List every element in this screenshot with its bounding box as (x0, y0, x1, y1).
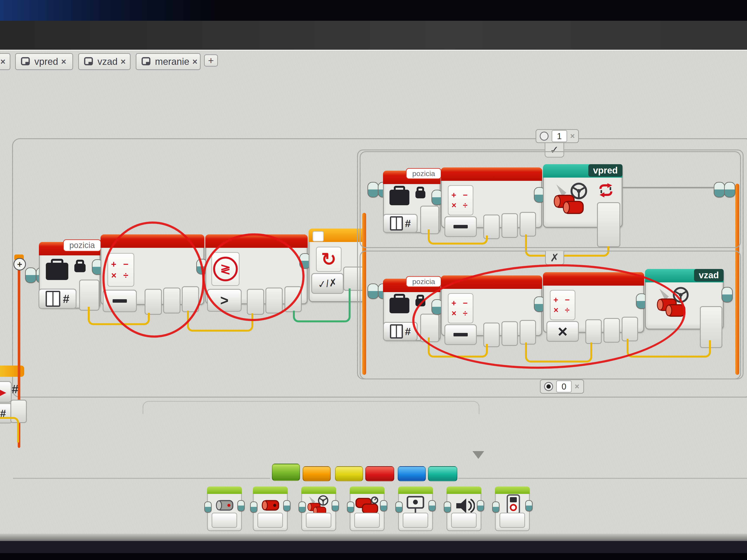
add-program-tab-button[interactable]: + (204, 54, 218, 66)
sequence-plug[interactable] (721, 287, 733, 302)
sequence-plug (250, 502, 257, 513)
switch-case-tab-1[interactable]: 1 × (536, 129, 579, 143)
numeric-icon: # (63, 292, 69, 305)
data-wire-green (293, 311, 319, 322)
read-numeric-mode-button[interactable]: # (383, 214, 418, 233)
close-icon[interactable]: × (0, 57, 5, 66)
myblock-name-tag: vpred (588, 164, 622, 177)
sequence-plug (237, 500, 245, 511)
value-output-socket[interactable] (79, 279, 99, 311)
palette-block-move-steering[interactable] (301, 486, 336, 531)
numeric-icon: # (405, 218, 411, 230)
tab-label: vzad (98, 56, 118, 67)
data-wire-yellow (457, 236, 488, 245)
loop-repeat-icon (596, 182, 616, 199)
tab-label: meranie (155, 56, 189, 67)
tab-label: vpred (34, 56, 58, 67)
book-icon (390, 216, 403, 231)
close-icon[interactable]: × (570, 132, 575, 141)
close-icon[interactable]: × (61, 57, 66, 66)
read-numeric-mode-button[interactable]: # (38, 289, 77, 309)
variable-block[interactable]: pozicia # (39, 242, 100, 309)
brick-status-light-icon (502, 494, 523, 516)
myblock-vpred[interactable]: vpred (543, 164, 622, 228)
input-socket[interactable] (597, 202, 620, 247)
minus-icon (454, 225, 468, 229)
case-value[interactable]: 1 (551, 130, 567, 142)
variable-name-tag[interactable]: pozicia (406, 276, 441, 287)
palette-block-display[interactable] (398, 486, 433, 531)
case-radio-selected[interactable] (544, 382, 553, 391)
sequence-plug[interactable] (367, 182, 379, 197)
palette-block-mode (403, 513, 428, 528)
palette-block-header (495, 486, 530, 494)
block-header (441, 167, 542, 181)
move-tank-icon (354, 496, 380, 515)
red-arrow-icon: ▶ (0, 386, 6, 398)
close-icon[interactable]: × (121, 57, 126, 66)
data-wire-yellow (668, 340, 711, 357)
case-radio[interactable] (540, 132, 548, 141)
result-output-socket[interactable] (520, 212, 536, 237)
partial-loop-header[interactable] (0, 366, 24, 377)
sequence-plug[interactable] (367, 284, 379, 299)
sequence-plug[interactable] (25, 267, 36, 283)
palette-block-medium-motor[interactable] (207, 486, 242, 531)
math-block-subtract[interactable]: + − × ÷ (441, 167, 542, 228)
briefcase-icon (46, 263, 68, 280)
sequence-plug (429, 500, 436, 511)
palette-block-large-motor[interactable] (253, 486, 288, 531)
myblock-name-tag: vzad (694, 269, 724, 282)
partial-block-icon[interactable]: ▶ (0, 381, 12, 403)
palette-block-move-tank[interactable] (350, 486, 385, 531)
sequence-plug[interactable] (714, 182, 725, 197)
sequence-plug (395, 502, 403, 513)
sequence-plug[interactable] (724, 182, 735, 197)
palette-tab-data[interactable] (365, 466, 394, 481)
hash-icon: # (12, 382, 18, 396)
sequence-plug (204, 502, 212, 513)
palette-block-brick-status-light[interactable] (495, 486, 530, 531)
palette-block-mode (354, 513, 380, 528)
briefcase-icon (389, 298, 409, 313)
palette-tab-advanced[interactable] (398, 466, 426, 481)
loop-icon-box: ↻ (316, 247, 341, 272)
close-icon[interactable]: × (192, 57, 197, 66)
program-icon (83, 56, 95, 67)
sequence-plug (444, 502, 451, 513)
palette-tab-myblocks[interactable] (428, 466, 457, 481)
screen-bottom-shadow (0, 534, 747, 541)
tab-meranie[interactable]: meranie × (136, 53, 201, 70)
pan-down-arrow[interactable] (472, 451, 484, 459)
palette-tab-sensor[interactable] (335, 466, 363, 481)
palette-block-header (398, 486, 433, 494)
plus-icon: + (208, 55, 214, 66)
palette-block-sound[interactable] (446, 486, 481, 531)
palette-block-mode (451, 513, 476, 528)
tab-vzad[interactable]: vzad × (78, 53, 131, 70)
case-value[interactable]: 0 (556, 380, 572, 393)
tab-partial[interactable]: × (0, 53, 10, 70)
switch-case-tab-0[interactable]: 0 × (540, 379, 584, 394)
tab-vpred[interactable]: vpred × (15, 53, 73, 70)
medium-motor-icon (214, 497, 235, 514)
data-wire-yellow (428, 230, 457, 245)
book-icon (390, 324, 403, 339)
data-wire-green (319, 288, 351, 322)
palette-block-mode (257, 513, 283, 528)
palette-tab-action[interactable] (272, 464, 300, 481)
read-numeric-mode-button[interactable]: # (383, 322, 418, 341)
photo-top-bezel (0, 0, 747, 21)
sequence-start-plug[interactable]: + (14, 258, 26, 270)
case-false-tag: ✗ (545, 251, 564, 265)
loop-arrows-icon: ↻ (321, 250, 336, 268)
palette-tab-flow[interactable] (303, 466, 331, 481)
palette-block-header (253, 486, 288, 494)
variable-name-tag[interactable]: pozicia (63, 239, 101, 251)
cross-icon: ✗ (550, 251, 559, 264)
variable-name-tag[interactable]: pozicia (406, 168, 441, 179)
photo-bottom-bezel (0, 541, 747, 553)
book-icon (46, 291, 60, 307)
input-b-socket[interactable] (501, 213, 518, 238)
close-icon[interactable]: × (575, 382, 579, 391)
